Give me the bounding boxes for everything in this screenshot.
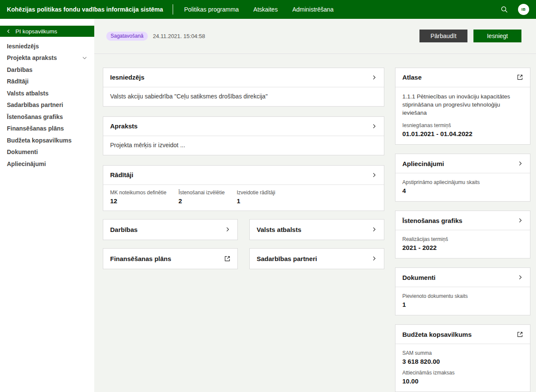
card-apraksts-body: Projekta mērķis ir izveidot ... xyxy=(103,136,384,155)
sidebar-item-label: Īstenošanas grafiks xyxy=(7,113,63,120)
card-title: Darbības xyxy=(110,226,138,233)
chevron-right-icon xyxy=(517,274,523,280)
card-iesniedzejs: Iesniedzējs Valsts akciju sabiedrība "Ce… xyxy=(103,68,384,107)
launch-icon xyxy=(517,331,523,338)
navbar-links: Politikas programma Atskaites Administrē… xyxy=(184,6,334,13)
card-dokumenti-body: Pievienoto dokumentu skaits 1 xyxy=(395,287,530,315)
sidebar-item-label: Darbības xyxy=(7,66,33,73)
card-apraksts-header[interactable]: Apraksts xyxy=(103,117,384,136)
sidebar-item-iesniedzejs[interactable]: Iesniedzējs xyxy=(0,40,94,52)
raditaji-stats: MK noteikumos definētie 12 Īstenošanai i… xyxy=(103,185,384,211)
sidebar-item-valsts-atbalsts[interactable]: Valsts atbalsts xyxy=(0,87,94,99)
atlase-description: 1.1.1 Pētniecības un inovāciju kapacitāt… xyxy=(402,92,523,117)
card-istenosanas-grafiks: Īstenošanas grafiks Realizācijas termiņš… xyxy=(395,211,530,258)
card-title: Dokumenti xyxy=(402,274,436,281)
sidebar: PI kopsavilkums Iesniedzējs Projekta apr… xyxy=(0,19,94,392)
chevron-right-icon xyxy=(517,217,523,223)
card-title: Apliecinājumi xyxy=(402,160,444,167)
stat-izveidotie-raditaji: Izveidotie rādītāji 1 xyxy=(237,190,275,205)
submit-button[interactable]: Iesniegt xyxy=(473,30,521,42)
sidebar-item-label: Valsts atbalsts xyxy=(7,90,48,97)
card-budzeta-kopsavilkums-header[interactable]: Budžeta kopsavilkums xyxy=(395,325,530,344)
card-budzeta-kopsavilkums: Budžeta kopsavilkums SAM summa 3 618 820… xyxy=(395,324,530,392)
card-iesniedzejs-header[interactable]: Iesniedzējs xyxy=(103,68,384,87)
atlase-value: 01.01.2021 - 01.04.2022 xyxy=(402,130,523,137)
card-title: Iesniedzējs xyxy=(110,74,144,81)
aside-column: Atlase 1.1.1 Pētniecības un inovāciju ka… xyxy=(395,68,530,392)
chevron-right-icon xyxy=(225,226,231,232)
chevron-right-icon xyxy=(371,255,377,261)
sidebar-item-raditaji[interactable]: Rādītāji xyxy=(0,76,94,88)
dokumenti-label: Pievienoto dokumentu skaits xyxy=(402,293,523,299)
card-finansesanas-plans[interactable]: Finansēšanas plāns xyxy=(103,248,238,269)
card-title: Valsts atbalsts xyxy=(257,226,301,233)
sidebar-back-pi-kopsavilkums[interactable]: PI kopsavilkums xyxy=(0,26,94,37)
card-apliecinajumi-body: Apstiprināmo apliecinājumu skaits 4 xyxy=(395,173,530,201)
sidebar-item-label: Projekta apraksts xyxy=(7,54,57,61)
stat-label: Īstenošanai izvēlētie xyxy=(178,190,225,196)
card-atlase: Atlase 1.1.1 Pētniecības un inovāciju ka… xyxy=(395,68,530,145)
sidebar-item-apliecinajumi[interactable]: Apliecinājumi xyxy=(0,158,94,170)
stat-value: 12 xyxy=(110,197,166,205)
main-column: Iesniedzējs Valsts akciju sabiedrība "Ce… xyxy=(103,68,384,392)
card-darbibas[interactable]: Darbības xyxy=(103,219,238,240)
top-navbar: Kohēzijas politikas fondu vadības inform… xyxy=(0,0,536,19)
sidebar-item-label: Dokumenti xyxy=(7,148,38,155)
card-title: Sadarbības partneri xyxy=(257,255,317,262)
main-area: Sagatavošanā 24.11.2021. 15:04:58 Pārbau… xyxy=(94,19,536,392)
sidebar-item-istenosanas-grafiks[interactable]: Īstenošanas grafiks xyxy=(0,111,94,123)
stat-value: 1 xyxy=(237,197,275,205)
sidebar-item-projekta-apraksts[interactable]: Projekta apraksts xyxy=(0,52,94,64)
navbar-separator xyxy=(173,4,173,15)
nav-link-atskaites[interactable]: Atskaites xyxy=(253,6,278,13)
istenosanas-grafiks-value: 2021 - 2022 xyxy=(402,244,523,251)
card-sadarbibas-partneri[interactable]: Sadarbības partneri xyxy=(249,248,384,269)
card-title: Budžeta kopsavilkums xyxy=(402,331,472,338)
card-atlase-header[interactable]: Atlase xyxy=(395,68,530,87)
chevron-right-icon xyxy=(371,226,377,232)
card-budzeta-kopsavilkums-body: SAM summa 3 618 820.00 Attiecināmās izma… xyxy=(395,344,530,392)
header-actions: Pārbaudīt Iesniegt xyxy=(419,30,521,42)
sidebar-item-label: Budžeta kopsavilkums xyxy=(7,137,72,144)
sidebar-item-label: Finansēšanas plāns xyxy=(7,125,64,132)
card-raditaji: Rādītāji MK noteikumos definētie 12 Īste… xyxy=(103,165,384,211)
sidebar-item-budzeta-kopsavilkums[interactable]: Budžeta kopsavilkums xyxy=(0,134,94,146)
user-avatar[interactable]: IB xyxy=(518,4,529,15)
card-apliecinajumi: Apliecinājumi Apstiprināmo apliecinājumu… xyxy=(395,154,530,202)
card-raditaji-header[interactable]: Rādītāji xyxy=(103,166,384,184)
card-istenosanas-grafiks-body: Realizācijas termiņš 2021 - 2022 xyxy=(395,230,530,258)
card-dokumenti-header[interactable]: Dokumenti xyxy=(395,268,530,287)
atlase-label: Iesniegšanas termiņš xyxy=(402,122,523,128)
istenosanas-grafiks-label: Realizācijas termiņš xyxy=(402,236,523,242)
sidebar-item-label: Apliecinājumi xyxy=(7,160,46,167)
card-apraksts: Apraksts Projekta mērķis ir izveidot ... xyxy=(103,116,384,155)
card-iesniedzejs-body: Valsts akciju sabiedrība "Ceļu satiksmes… xyxy=(103,87,384,106)
card-apliecinajumi-header[interactable]: Apliecinājumi xyxy=(395,154,530,173)
launch-icon xyxy=(517,74,523,80)
dokumenti-value: 1 xyxy=(402,301,523,308)
card-istenosanas-grafiks-header[interactable]: Īstenošanas grafiks xyxy=(395,211,530,230)
page-header: Sagatavošanā 24.11.2021. 15:04:58 Pārbau… xyxy=(94,19,536,54)
sidebar-item-dokumenti[interactable]: Dokumenti xyxy=(0,146,94,158)
stat-label: MK noteikumos definētie xyxy=(110,190,166,196)
nav-link-politikas-programma[interactable]: Politikas programma xyxy=(184,6,239,13)
status-badge: Sagatavošanā xyxy=(106,32,148,41)
card-title: Īstenošanas grafiks xyxy=(402,217,462,224)
stat-value: 2 xyxy=(178,197,225,205)
stat-label: Izveidotie rādītāji xyxy=(237,190,275,196)
sidebar-item-darbibas[interactable]: Darbības xyxy=(0,64,94,76)
search-icon[interactable] xyxy=(498,3,510,15)
card-title: Apraksts xyxy=(110,122,138,130)
card-valsts-atbalsts[interactable]: Valsts atbalsts xyxy=(249,219,384,240)
sidebar-item-label: Iesniedzējs xyxy=(7,43,39,50)
stat-value: 10.00 xyxy=(402,377,523,385)
sidebar-item-finansesanas-plans[interactable]: Finansēšanas plāns xyxy=(0,123,94,135)
chevron-left-icon xyxy=(6,29,11,34)
launch-icon xyxy=(224,255,231,262)
stat-attiecinamas-izmaksas: Attiecināmās izmaksas 10.00 xyxy=(402,370,523,385)
nav-link-administresana[interactable]: Administrēšana xyxy=(292,6,334,13)
sidebar-item-sadarbibas-partneri[interactable]: Sadarbības partneri xyxy=(0,99,94,111)
check-button[interactable]: Pārbaudīt xyxy=(419,30,467,42)
small-cards-row-2: Finansēšanas plāns Sadarbības partneri xyxy=(103,248,384,269)
chevron-right-icon xyxy=(371,74,377,80)
